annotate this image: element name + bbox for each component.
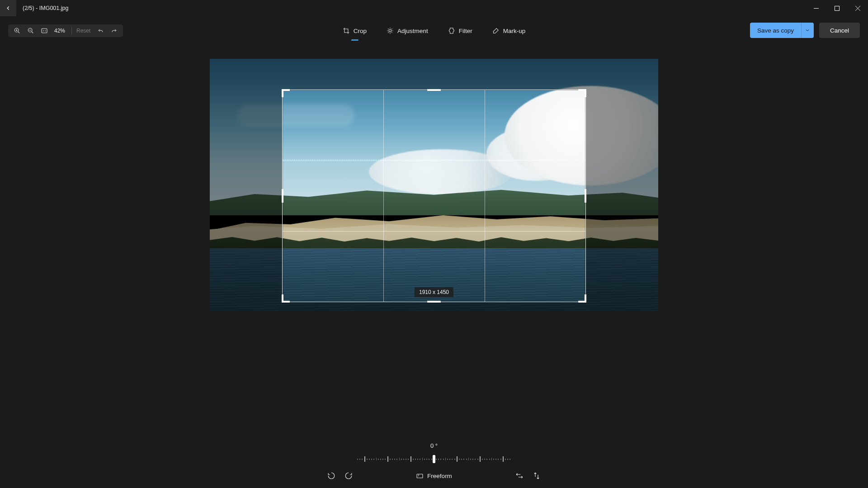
svg-rect-6 bbox=[417, 474, 423, 478]
crop-icon bbox=[343, 27, 350, 34]
maximize-icon bbox=[835, 6, 840, 11]
flip-group bbox=[515, 472, 541, 480]
tab-filter[interactable]: Filter bbox=[446, 25, 474, 36]
crop-grid-line bbox=[485, 90, 485, 302]
chevron-down-icon bbox=[805, 28, 810, 33]
redo-button[interactable] bbox=[108, 24, 120, 37]
tab-markup[interactable]: Mark-up bbox=[491, 25, 528, 36]
titlebar: (2/5) - IMG001.jpg bbox=[0, 0, 868, 16]
fit-screen-icon bbox=[41, 27, 48, 34]
arrow-left-icon bbox=[5, 5, 11, 11]
zoom-value[interactable]: 42% bbox=[52, 28, 69, 34]
svg-rect-0 bbox=[814, 8, 819, 9]
aspect-ratio-icon bbox=[416, 472, 424, 480]
aspect-ratio-label: Freeform bbox=[427, 473, 452, 479]
edit-area: 1910 x 1450 bbox=[0, 45, 868, 434]
rotate-ccw-icon bbox=[327, 472, 335, 480]
zoom-in-button[interactable] bbox=[11, 24, 24, 37]
crop-handle-bottom-right[interactable] bbox=[578, 294, 586, 303]
divider bbox=[71, 27, 72, 34]
tab-markup-label: Mark-up bbox=[503, 28, 526, 34]
svg-point-5 bbox=[389, 29, 391, 32]
crop-actions-row: Freeform bbox=[327, 472, 541, 480]
aspect-ratio-button[interactable]: Freeform bbox=[416, 472, 452, 480]
zoom-in-icon bbox=[14, 27, 21, 34]
flip-vertical-button[interactable] bbox=[533, 472, 541, 480]
save-as-copy-button[interactable]: Save as copy bbox=[750, 23, 801, 38]
cancel-button[interactable]: Cancel bbox=[819, 23, 860, 38]
rotation-thumb[interactable] bbox=[433, 455, 435, 463]
crop-handle-bottom-left[interactable] bbox=[282, 294, 290, 303]
window-title: (2/5) - IMG001.jpg bbox=[16, 5, 68, 11]
tab-filter-label: Filter bbox=[459, 28, 472, 34]
action-buttons: Save as copy Cancel bbox=[750, 23, 860, 38]
zoom-out-button[interactable] bbox=[24, 24, 37, 37]
crop-horizon-line bbox=[283, 160, 585, 160]
crop-grid-line bbox=[283, 161, 585, 161]
tab-adjustment[interactable]: Adjustment bbox=[385, 25, 430, 36]
crop-dimensions-badge: 1910 x 1450 bbox=[415, 287, 453, 297]
crop-rectangle[interactable]: 1910 x 1450 bbox=[282, 90, 586, 302]
crop-grid-line bbox=[283, 231, 585, 232]
save-options-button[interactable] bbox=[801, 23, 814, 38]
flip-horizontal-icon bbox=[515, 472, 524, 480]
rotate-ccw-button[interactable] bbox=[327, 472, 335, 480]
markup-icon bbox=[492, 27, 500, 34]
minimize-icon bbox=[814, 6, 819, 11]
redo-icon bbox=[111, 28, 118, 34]
close-icon bbox=[855, 6, 860, 11]
close-button[interactable] bbox=[847, 0, 868, 16]
save-split-button: Save as copy bbox=[750, 23, 814, 38]
tab-adjustment-label: Adjustment bbox=[397, 28, 428, 34]
rotation-slider[interactable] bbox=[357, 455, 511, 464]
undo-button[interactable] bbox=[94, 24, 107, 37]
svg-rect-4 bbox=[42, 28, 47, 33]
crop-handle-right[interactable] bbox=[585, 189, 586, 203]
crop-grid-line bbox=[383, 90, 384, 302]
svg-rect-1 bbox=[835, 6, 839, 10]
reset-button[interactable]: Reset bbox=[75, 28, 93, 34]
toolbar: 42% Reset Crop Adjustment Filter Mark-up bbox=[0, 16, 868, 45]
rotate-cw-button[interactable] bbox=[344, 472, 353, 480]
minimize-button[interactable] bbox=[806, 0, 826, 16]
window-controls bbox=[806, 0, 868, 16]
crop-handle-top[interactable] bbox=[427, 89, 441, 91]
undo-icon bbox=[97, 28, 104, 34]
edit-tabs: Crop Adjustment Filter Mark-up bbox=[341, 23, 527, 39]
zoom-out-icon bbox=[27, 27, 34, 34]
filter-icon bbox=[448, 27, 455, 34]
bottom-controls: 0 ° bbox=[0, 442, 868, 480]
crop-handle-top-right[interactable] bbox=[578, 89, 586, 97]
fit-screen-button[interactable] bbox=[38, 24, 51, 37]
tab-crop[interactable]: Crop bbox=[341, 25, 368, 36]
image-canvas[interactable]: 1910 x 1450 bbox=[210, 59, 658, 311]
crop-handle-left[interactable] bbox=[282, 189, 283, 203]
flip-horizontal-button[interactable] bbox=[515, 472, 524, 480]
rotate-group bbox=[327, 472, 353, 480]
back-button[interactable] bbox=[0, 0, 16, 16]
zoom-toolbox: 42% Reset bbox=[8, 24, 123, 37]
crop-handle-bottom[interactable] bbox=[427, 301, 441, 303]
flip-vertical-icon bbox=[533, 472, 541, 480]
maximize-button[interactable] bbox=[826, 0, 847, 16]
crop-handle-top-left[interactable] bbox=[282, 89, 290, 97]
adjustment-icon bbox=[387, 27, 394, 34]
canvas-wrap: 1910 x 1450 bbox=[210, 59, 658, 311]
tab-crop-label: Crop bbox=[354, 28, 367, 34]
rotation-angle-label: 0 ° bbox=[430, 442, 438, 449]
rotate-cw-icon bbox=[344, 472, 353, 480]
